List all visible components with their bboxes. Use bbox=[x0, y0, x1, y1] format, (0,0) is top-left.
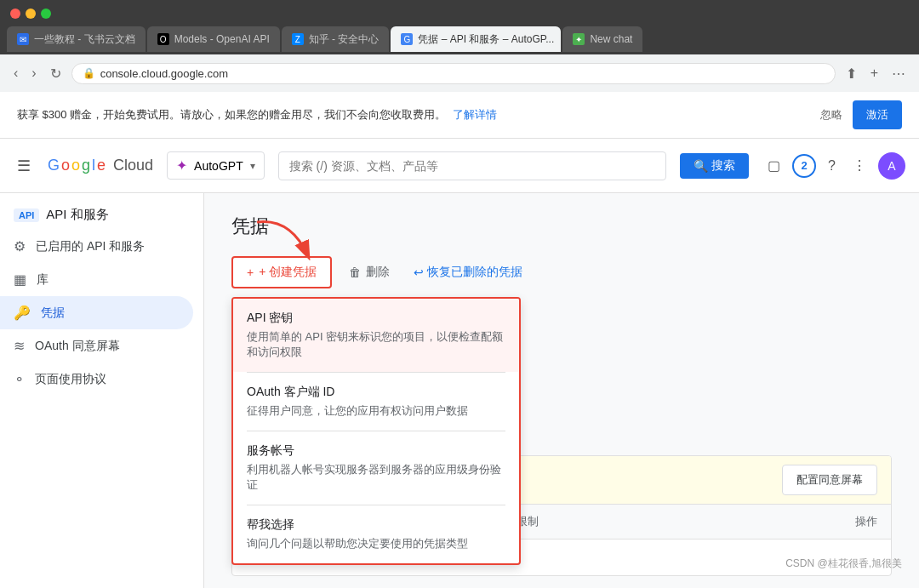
tab-label-google: 凭据 – API 和服务 – AutoGP... bbox=[418, 32, 554, 47]
delete-button[interactable]: 🗑 删除 bbox=[342, 258, 397, 287]
tab-label-zhihu: 知乎 - 安全中心 bbox=[309, 32, 380, 47]
minimize-window-button[interactable] bbox=[26, 9, 36, 19]
tab-label-feishu: 一些教程 - 飞书云文档 bbox=[34, 32, 135, 47]
logo-l: l bbox=[92, 157, 95, 174]
settings-icon-button[interactable]: ⋮ bbox=[848, 152, 871, 179]
browser-toolbar: ‹ › ↻ 🔒 console.cloud.google.com ⬆ + ⋯ bbox=[0, 54, 919, 92]
sidebar-item-oauth[interactable]: ≋ OAuth 同意屏幕 bbox=[0, 329, 193, 363]
dropdown-oauth-title: OAuth 客户端 ID bbox=[247, 385, 505, 400]
restore-icon: ↩ bbox=[414, 265, 424, 279]
address-bar[interactable]: 🔒 console.cloud.google.com bbox=[71, 63, 836, 84]
watermark: CSDN @桂花很香,旭很美 bbox=[785, 557, 902, 571]
toolbar-actions: ⬆ + ⋯ bbox=[842, 62, 909, 85]
page-usage-icon: ⚬ bbox=[14, 371, 25, 387]
content-area: API API 和服务 ⚙ 已启用的 API 和服务 ▦ 库 🔑 凭据 ≋ OA… bbox=[0, 193, 919, 588]
create-credentials-button[interactable]: + + 创建凭据 bbox=[231, 256, 332, 288]
dropdown-item-service-account[interactable]: 服务帐号 利用机器人帐号实现服务器到服务器的应用级身份验证 bbox=[233, 431, 519, 505]
notification-message: 获享 $300 赠金，开始免费试用。请放心，如果您的赠金用尽，我们不会向您收取费… bbox=[17, 108, 446, 121]
activate-button[interactable]: 激活 bbox=[853, 100, 902, 129]
sidebar-item-library[interactable]: ▦ 库 bbox=[0, 263, 193, 296]
create-credentials-dropdown: API 密钥 使用简单的 API 密钥来标识您的项目，以便检查配额和访问权限 O… bbox=[231, 297, 521, 565]
key-icon: 🔑 bbox=[14, 305, 31, 321]
address-text: console.cloud.google.com bbox=[100, 67, 228, 80]
share-button[interactable]: ⬆ bbox=[842, 62, 860, 85]
search-icon: 🔍 bbox=[694, 159, 708, 173]
nav-actions: ▢ 2 ? ⋮ A bbox=[762, 152, 905, 180]
ignore-button[interactable]: 忽略 bbox=[820, 107, 842, 123]
logo-e: e bbox=[97, 157, 106, 174]
dropdown-help-choose-desc: 询问几个问题以帮助您决定要使用的凭据类型 bbox=[247, 536, 505, 551]
dropdown-item-api-key[interactable]: API 密钥 使用简单的 API 密钥来标识您的项目，以便检查配额和访问权限 bbox=[233, 299, 519, 372]
hamburger-button[interactable]: ☰ bbox=[14, 153, 34, 179]
oauth-icon: ≋ bbox=[14, 338, 25, 354]
logo-o2: o bbox=[71, 157, 80, 174]
search-button[interactable]: 🔍 搜索 bbox=[680, 153, 749, 179]
api-keys-col-action: 操作 bbox=[757, 514, 877, 529]
sidebar-item-label-credentials: 凭据 bbox=[41, 305, 65, 321]
dropdown-oauth-desc: 征得用户同意，让您的应用有权访问用户数据 bbox=[247, 403, 505, 419]
restore-btn-label: 恢复已删除的凭据 bbox=[427, 265, 522, 280]
notification-count: 2 bbox=[801, 159, 807, 172]
tab-favicon-google: G bbox=[401, 33, 413, 45]
library-icon: ▦ bbox=[14, 271, 26, 288]
sidebar-item-label-library: 库 bbox=[37, 272, 49, 288]
sidebar-item-enabled-apis[interactable]: ⚙ 已启用的 API 和服务 bbox=[0, 230, 193, 263]
dropdown-api-key-desc: 使用简单的 API 密钥来标识您的项目，以便检查配额和访问权限 bbox=[247, 329, 505, 360]
main-content: 凭据 + + 创建凭据 bbox=[204, 193, 919, 588]
project-selector[interactable]: ✦ AutoGPT ▾ bbox=[167, 151, 265, 180]
sidebar-header: API API 和服务 bbox=[0, 207, 203, 230]
project-name: AutoGPT bbox=[194, 159, 243, 173]
notification-learn-more-link[interactable]: 了解详情 bbox=[453, 108, 497, 121]
tab-favicon-zhihu: Z bbox=[292, 33, 304, 45]
dropdown-service-account-title: 服务帐号 bbox=[247, 443, 505, 459]
logo-o1: o bbox=[61, 157, 70, 174]
add-tab-button[interactable]: + bbox=[867, 62, 882, 84]
restore-button[interactable]: ↩ 恢复已删除的凭据 bbox=[407, 258, 529, 287]
trash-icon: 🗑 bbox=[349, 265, 361, 279]
notification-bar: 获享 $300 赠金，开始免费试用。请放心，如果您的赠金用尽，我们不会向您收取费… bbox=[0, 92, 919, 139]
dropdown-help-choose-title: 帮我选择 bbox=[247, 517, 505, 533]
close-window-button[interactable] bbox=[10, 9, 20, 19]
forward-button[interactable]: › bbox=[28, 62, 39, 84]
refresh-button[interactable]: ↻ bbox=[47, 62, 65, 85]
project-dropdown-arrow-icon: ▾ bbox=[250, 160, 255, 172]
tab-feishu[interactable]: ✉ 一些教程 - 飞书云文档 bbox=[7, 26, 146, 52]
app-container: ☰ Google Cloud ✦ AutoGPT ▾ 🔍 搜索 ▢ 2 ? ⋮ … bbox=[0, 139, 919, 588]
tab-label-openai: Models - OpenAI API bbox=[174, 33, 270, 45]
logo-g2: g bbox=[82, 157, 90, 174]
tab-favicon-new: ✦ bbox=[573, 33, 585, 45]
back-button[interactable]: ‹ bbox=[10, 62, 21, 84]
user-avatar[interactable]: A bbox=[878, 152, 905, 180]
help-button[interactable]: ? bbox=[823, 153, 841, 179]
project-icon: ✦ bbox=[176, 157, 187, 174]
sidebar-item-label-enabled-apis: 已启用的 API 和服务 bbox=[36, 239, 145, 254]
tab-favicon-openai: O bbox=[157, 33, 169, 45]
dropdown-api-key-title: API 密钥 bbox=[247, 311, 505, 326]
configure-consent-screen-button[interactable]: 配置同意屏幕 bbox=[782, 465, 877, 495]
tab-openai[interactable]: O Models - OpenAI API bbox=[147, 26, 280, 52]
window-controls bbox=[0, 0, 919, 24]
search-btn-label: 搜索 bbox=[711, 158, 735, 174]
notification-text: 获享 $300 赠金，开始免费试用。请放心，如果您的赠金用尽，我们不会向您收取费… bbox=[17, 107, 497, 123]
notification-badge[interactable]: 2 bbox=[792, 154, 816, 178]
page-header: 凭据 bbox=[231, 214, 892, 239]
sidebar-item-page-usage[interactable]: ⚬ 页面使用协议 bbox=[0, 363, 193, 396]
api-badge: API bbox=[14, 208, 39, 222]
tab-zhihu[interactable]: Z 知乎 - 安全中心 bbox=[282, 26, 390, 52]
dropdown-item-oauth-client[interactable]: OAuth 客户端 ID 征得用户同意，让您的应用有权访问用户数据 bbox=[233, 373, 519, 431]
security-icon: 🔒 bbox=[83, 67, 95, 79]
dropdown-item-help-choose[interactable]: 帮我选择 询问几个问题以帮助您决定要使用的凭据类型 bbox=[233, 505, 519, 563]
tab-new-chat[interactable]: ✦ New chat bbox=[562, 26, 642, 52]
sidebar-item-credentials[interactable]: 🔑 凭据 bbox=[0, 296, 193, 329]
search-bar bbox=[278, 151, 666, 180]
more-button[interactable]: ⋯ bbox=[888, 62, 909, 85]
delete-btn-label: 删除 bbox=[366, 265, 390, 280]
maximize-window-button[interactable] bbox=[41, 9, 51, 19]
search-input[interactable] bbox=[289, 159, 655, 173]
tab-google-credentials[interactable]: G 凭据 – API 和服务 – AutoGP... bbox=[391, 26, 561, 52]
notification-actions: 忽略 激活 bbox=[820, 100, 902, 129]
dropdown-service-account-desc: 利用机器人帐号实现服务器到服务器的应用级身份验证 bbox=[247, 462, 505, 493]
api-keys-col-limit: 限制 bbox=[517, 514, 756, 529]
google-cloud-logo: Google Cloud bbox=[48, 157, 153, 174]
terminal-icon-button[interactable]: ▢ bbox=[762, 152, 785, 179]
